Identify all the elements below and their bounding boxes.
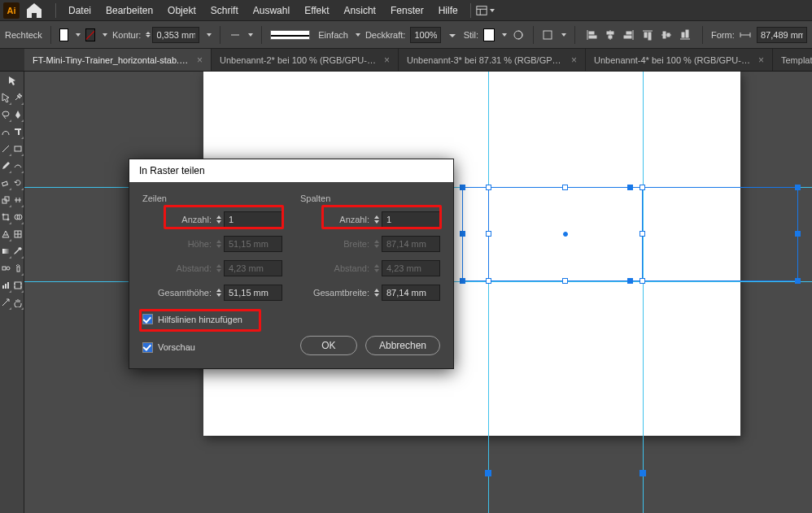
scale-tool[interactable]	[0, 191, 12, 208]
rotate-tool[interactable]	[12, 174, 24, 191]
eyedropper-tool[interactable]	[12, 242, 24, 259]
close-icon[interactable]: ×	[197, 54, 203, 66]
align-vcenter-icon[interactable]	[657, 26, 675, 44]
handle-ml[interactable]	[460, 231, 465, 237]
svg-point-24	[2, 111, 9, 116]
row-gutter-label: Abstand:	[177, 263, 212, 273]
rectangle-tool[interactable]	[12, 140, 24, 157]
brush-tool[interactable]	[0, 157, 12, 174]
selection-tool[interactable]	[0, 72, 24, 89]
tab[interactable]: Unbenannt-2* bei 100 % (RGB/GPU-Vors…×	[212, 49, 399, 71]
handle-bm[interactable]	[562, 278, 568, 284]
line-tool[interactable]	[0, 140, 12, 157]
recolor-icon[interactable]	[512, 26, 524, 44]
guide-marker	[485, 470, 491, 476]
tab-label: Unbenannt-2* bei 100 % (RGB/GPU-Vors…	[220, 55, 379, 65]
opacity-input[interactable]	[410, 27, 441, 43]
layout-switch-icon[interactable]	[476, 1, 495, 20]
menu-ansicht[interactable]: Ansicht	[337, 0, 383, 21]
tab[interactable]: Template.ai*×	[773, 49, 812, 71]
blend-tool[interactable]	[0, 259, 12, 276]
guide-vertical[interactable]	[643, 72, 644, 513]
handle-tl[interactable]	[460, 185, 465, 190]
symbol-spray-tool[interactable]	[12, 259, 24, 276]
menu-hilfe[interactable]: Hilfe	[431, 0, 465, 21]
checkbox-checked-icon[interactable]	[142, 342, 153, 353]
artboard-tool[interactable]	[12, 276, 24, 293]
handle-mr[interactable]	[795, 231, 801, 237]
curvature-tool[interactable]	[0, 123, 12, 140]
dialog-title[interactable]: In Raster teilen	[129, 159, 453, 182]
menu-auswahl[interactable]: Auswahl	[246, 0, 297, 21]
opacity-slider-icon[interactable]	[446, 26, 458, 44]
chevron-down-icon	[76, 33, 81, 37]
free-transform-tool[interactable]	[0, 208, 12, 225]
stroke-profile-icon[interactable]	[229, 26, 241, 44]
direct-select-tool[interactable]	[0, 89, 12, 106]
cancel-button[interactable]: Abbrechen	[365, 336, 440, 355]
stroke-weight-field[interactable]	[146, 27, 199, 43]
hand-tool[interactable]	[12, 293, 24, 311]
tab[interactable]: Unbenannt-3* bei 87.31 % (RGB/GPU-Vo…×	[399, 49, 586, 71]
guide-vertical[interactable]	[488, 72, 489, 513]
mesh-tool[interactable]	[12, 225, 24, 242]
selection-rect[interactable]	[488, 187, 643, 281]
form-width-input[interactable]	[757, 27, 807, 43]
ok-button[interactable]: OK	[300, 336, 357, 355]
menu-schrift[interactable]: Schrift	[203, 0, 246, 21]
close-icon[interactable]: ×	[758, 54, 764, 66]
stroke-swatch[interactable]	[85, 28, 95, 41]
total-height-input[interactable]	[224, 285, 282, 301]
menu-datei[interactable]: Datei	[61, 0, 98, 21]
handle-tl[interactable]	[486, 185, 491, 190]
align-hcenter-icon[interactable]	[601, 26, 619, 44]
handle-bl[interactable]	[460, 278, 465, 284]
menu-fenster[interactable]: Fenster	[383, 0, 431, 21]
tab-label: FT-Mini-Tiny-Trainer_horizontal-stab.pdf…	[33, 55, 192, 65]
pen-tool[interactable]	[12, 106, 24, 123]
gradient-tool[interactable]	[0, 242, 12, 259]
total-height-stepper[interactable]	[216, 285, 282, 301]
brush-preview[interactable]	[270, 30, 310, 40]
slice-tool[interactable]	[0, 293, 12, 311]
handle-mr[interactable]	[640, 231, 645, 237]
graph-tool[interactable]	[0, 276, 12, 293]
close-icon[interactable]: ×	[384, 54, 390, 66]
align-left-icon[interactable]	[583, 26, 600, 44]
magic-wand-tool[interactable]	[12, 89, 24, 106]
perspective-tool[interactable]	[0, 225, 12, 242]
eraser-tool[interactable]	[0, 174, 12, 191]
handle-tr[interactable]	[640, 185, 645, 190]
total-width-input[interactable]	[382, 285, 440, 301]
svg-rect-27	[2, 181, 7, 186]
tab[interactable]: Unbenannt-4* bei 100 % (RGB/GPU-Vors…×	[586, 49, 773, 71]
stroke-weight-input[interactable]	[152, 27, 199, 43]
menu-objekt[interactable]: Objekt	[160, 0, 203, 21]
align-bottom-icon[interactable]	[676, 26, 694, 44]
total-width-stepper[interactable]	[374, 285, 440, 301]
home-icon[interactable]	[24, 1, 44, 20]
lasso-tool[interactable]	[0, 106, 12, 123]
fill-swatch[interactable]	[59, 28, 69, 41]
col-width-input	[382, 236, 440, 252]
align-top-icon[interactable]	[639, 26, 657, 44]
close-icon[interactable]: ×	[571, 54, 577, 66]
handle-br[interactable]	[640, 278, 645, 284]
center-point[interactable]	[563, 232, 568, 237]
handle-tr[interactable]	[795, 185, 801, 190]
style-swatch[interactable]	[483, 28, 495, 41]
width-tool[interactable]	[12, 191, 24, 208]
shape-builder-tool[interactable]	[12, 208, 24, 225]
handle-br[interactable]	[795, 278, 801, 284]
menu-bearbeiten[interactable]: Bearbeiten	[98, 0, 160, 21]
handle-tm[interactable]	[562, 185, 568, 190]
handle-ml[interactable]	[486, 231, 491, 237]
handle-bl[interactable]	[486, 278, 491, 284]
menu-effekt[interactable]: Effekt	[297, 0, 336, 21]
tab[interactable]: FT-Mini-Tiny-Trainer_horizontal-stab.pdf…	[24, 49, 212, 71]
shaper-tool[interactable]	[12, 157, 24, 174]
type-tool[interactable]	[12, 123, 24, 140]
preview-checkbox-row[interactable]: Vorschau	[142, 342, 195, 353]
align-doc-icon[interactable]	[541, 26, 553, 44]
align-right-icon[interactable]	[620, 26, 638, 44]
